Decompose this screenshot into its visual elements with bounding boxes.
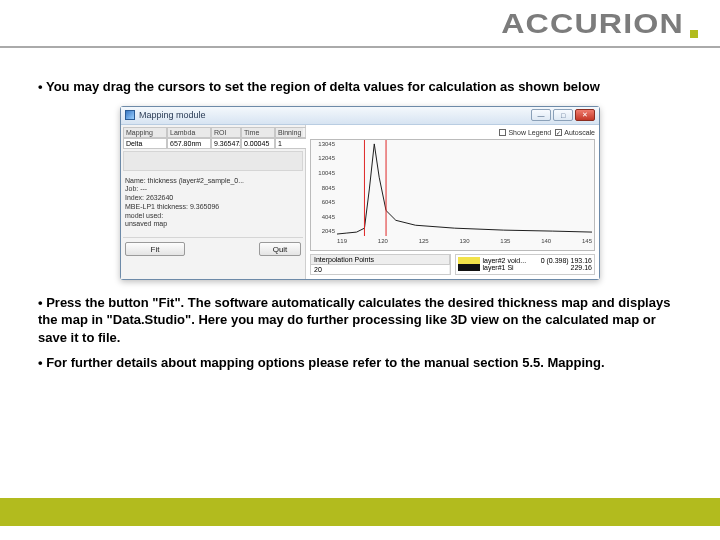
quit-button[interactable]: Quit — [259, 242, 301, 256]
val-lambda: 657.80nm — [167, 138, 211, 149]
info-model-label: model used: — [125, 212, 301, 221]
param-spacer — [123, 151, 303, 171]
legend-swatch-icon — [458, 264, 480, 271]
col-mapping: Mapping — [123, 127, 167, 138]
app-icon — [125, 110, 135, 120]
bullet-drag-cursors: • You may drag the cursors to set the re… — [38, 78, 682, 96]
val-time: 0.00045 — [241, 138, 275, 149]
plot-pane: Show Legend ✓Autoscale 13045 12045 10045… — [306, 125, 599, 279]
y-axis-ticks: 13045 12045 10045 8045 6045 4045 2045 — [311, 140, 337, 236]
minimize-button[interactable]: — — [531, 109, 551, 121]
info-name: Name: thickness (layer#2_sample_0... — [125, 177, 301, 186]
val-mapping: Delta — [123, 138, 167, 149]
plot-svg — [337, 140, 592, 236]
delta-thickness-plot[interactable]: 13045 12045 10045 8045 6045 4045 2045 — [310, 139, 595, 251]
col-time: Time — [241, 127, 275, 138]
info-index: Index: 2632640 — [125, 194, 301, 203]
close-button[interactable]: ✕ — [575, 109, 595, 121]
brand-logo: ACCURION — [525, 8, 698, 40]
brand-underline — [0, 46, 720, 48]
interp-value[interactable]: 20 — [311, 265, 450, 274]
col-binning: Binning — [275, 127, 308, 138]
window-title: Mapping module — [139, 110, 206, 120]
x-axis-ticks: 119 120 125 130 135 140 145 — [337, 238, 592, 250]
param-header-row: Mapping Lambda ROI Time Binning — [123, 127, 303, 138]
mapping-window: Mapping module — □ ✕ Mapping Lambda ROI … — [120, 106, 600, 280]
col-roi: ROI — [211, 127, 241, 138]
parameters-pane: Mapping Lambda ROI Time Binning Delta 65… — [121, 125, 306, 279]
info-model-name: unsaved map — [125, 220, 301, 229]
brand-dot-icon — [690, 30, 698, 38]
autoscale-checkbox[interactable]: ✓Autoscale — [555, 129, 595, 136]
info-job: Job: --- — [125, 185, 301, 194]
interp-label: Interpolation Points — [311, 255, 450, 264]
bullet-press-fit: • Press the button "Fit". The software a… — [38, 294, 682, 347]
maximize-button[interactable]: □ — [553, 109, 573, 121]
bullet-manual-ref: • For further details about mapping opti… — [38, 354, 682, 372]
show-legend-checkbox[interactable]: Show Legend — [499, 129, 551, 136]
brand-text: ACCURION — [501, 8, 684, 40]
val-roi: 9.365472 — [211, 138, 241, 149]
val-binning: 1 — [275, 138, 308, 149]
legend-panel: layer#2 void...0 (0.398) 193.16 layer#1 … — [455, 254, 596, 275]
param-value-row: Delta 657.80nm 9.365472 0.00045 1 — [123, 138, 303, 149]
result-info: Name: thickness (layer#2_sample_0... Job… — [123, 175, 303, 232]
footer-band — [0, 498, 720, 526]
fit-button[interactable]: Fit — [125, 242, 185, 256]
interpolation-panel: Interpolation Points 20 — [310, 254, 451, 275]
titlebar: Mapping module — □ ✕ — [121, 107, 599, 125]
chart-line — [337, 143, 592, 233]
col-lambda: Lambda — [167, 127, 211, 138]
legend-swatch-icon — [458, 257, 480, 264]
info-mbe: MBE-LP1 thickness: 9.365096 — [125, 203, 301, 212]
